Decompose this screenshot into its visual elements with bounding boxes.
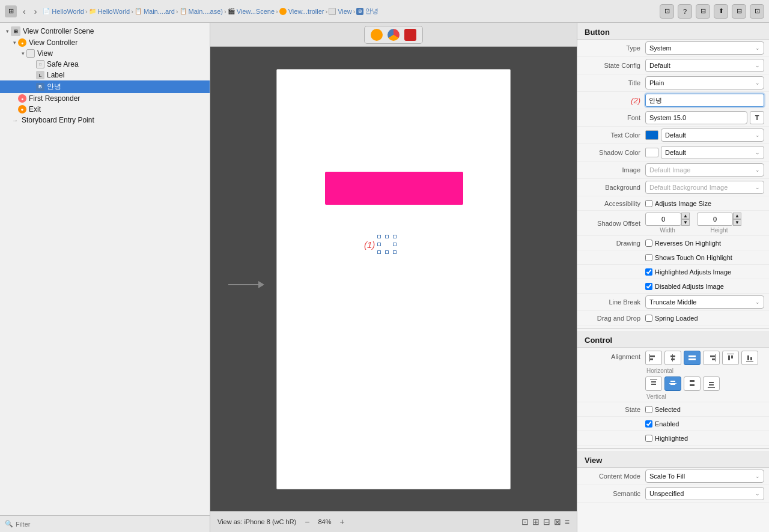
spring-loaded-checkbox[interactable] (645, 315, 652, 322)
breadcrumb-view[interactable]: View (329, 8, 352, 15)
highlighted-adjusts-image-checkbox[interactable] (645, 268, 652, 276)
disabled-adjusts-image-checkbox[interactable] (645, 283, 652, 290)
type-label: Type (582, 44, 645, 52)
inspector-btn[interactable]: ⊟ (732, 4, 746, 19)
state-config-value: Default ⌄ (645, 59, 764, 72)
svg-rect-5 (672, 354, 673, 361)
shadow-w-down[interactable]: ▼ (681, 219, 690, 226)
new-file-btn[interactable]: ⊡ (660, 4, 674, 19)
shadow-color-swatch[interactable] (645, 148, 658, 157)
shadow-h-down[interactable]: ▼ (733, 219, 741, 226)
title-dropdown[interactable]: Plain ⌄ (645, 76, 764, 89)
shows-touch-checkbox[interactable] (645, 254, 652, 261)
tree-item-exit[interactable]: ▾ ● Exit (0, 104, 210, 115)
library-btn[interactable]: ⊟ (696, 4, 710, 19)
upload-btn[interactable]: ⬆ (714, 4, 728, 19)
zoom-plus-btn[interactable]: + (336, 516, 348, 528)
selected-checkbox[interactable] (645, 406, 652, 413)
align-bottom-v-btn[interactable] (703, 376, 720, 391)
zoom-minus-btn[interactable]: − (301, 516, 313, 528)
bottom-icon-2[interactable]: ⊞ (532, 517, 540, 527)
svg-rect-16 (746, 361, 753, 362)
tree-item-vc[interactable]: ▾ ● View Controller (0, 37, 210, 48)
align-top-v-btn[interactable] (645, 376, 662, 391)
canvas-bottom: View as: iPhone 8 (wC hR) − 84% + ⊡ ⊞ ⊟ … (210, 511, 577, 532)
sidebar-toggle-icon[interactable]: ⊞ (5, 5, 17, 17)
highlighted-checkbox[interactable] (645, 435, 652, 442)
breadcrumb-helloworld-file[interactable]: 📄 HelloWorld (43, 8, 84, 15)
filter-input[interactable] (16, 521, 205, 528)
content-mode-dropdown[interactable]: Scale To Fill ⌄ (645, 470, 764, 483)
align-bottom-btn[interactable] (741, 351, 758, 365)
shadow-h-up[interactable]: ▲ (733, 213, 741, 219)
tree-item-storyboard-entry[interactable]: ▾ → Storyboard Entry Point (0, 115, 210, 125)
svg-rect-20 (670, 381, 675, 382)
bottom-icon-1[interactable]: ⊡ (521, 517, 529, 527)
more-btn[interactable]: ⊡ (750, 4, 764, 19)
help-btn[interactable]: ? (678, 4, 692, 19)
state-config-dropdown[interactable]: Default ⌄ (645, 59, 764, 72)
align-right-btn[interactable] (703, 351, 720, 365)
bottom-icon-5[interactable]: ≡ (565, 517, 570, 527)
drag-drop-label: Drag and Drop (582, 315, 645, 322)
align-fill-v-btn[interactable] (684, 376, 701, 391)
prop-title-text: (2) (577, 92, 769, 109)
handle-tc (385, 235, 389, 238)
tree-item-first-responder[interactable]: ▾ ● First Responder (0, 93, 210, 104)
nav-forward[interactable]: › (32, 5, 40, 17)
reverses-on-highlight-label: Reverses On Highlight (655, 240, 721, 247)
shadow-offset-w-input[interactable] (645, 213, 681, 226)
tree-item-label[interactable]: ▾ L Label (0, 70, 210, 80)
type-value: System ⌄ (645, 41, 764, 55)
prop-shows-touch: Shows Touch On Highlight (577, 250, 769, 265)
breadcrumb-view-scene[interactable]: 🎬 View...Scene (228, 8, 275, 15)
font-T-button[interactable]: T (750, 111, 764, 124)
font-dropdown[interactable]: System 15.0 (645, 111, 747, 124)
line-break-dropdown-arrow: ⌄ (755, 299, 760, 305)
tree-item-safe-area[interactable]: ▾ □ Safe Area (0, 59, 210, 70)
align-top-btn[interactable] (722, 351, 739, 365)
enabled-checkbox[interactable] (645, 420, 652, 428)
breadcrumb-main-base[interactable]: 📋 Main....ase) (180, 8, 223, 15)
bottom-icon-3[interactable]: ⊟ (543, 517, 550, 527)
line-break-dropdown[interactable]: Truncate Middle ⌄ (645, 295, 764, 309)
tree-item-button[interactable]: ▾ B 안녕 (0, 80, 210, 93)
content-mode-dropdown-arrow: ⌄ (755, 473, 760, 479)
background-label: Background (582, 184, 645, 191)
background-dropdown[interactable]: Default Background Image ⌄ (645, 181, 764, 194)
shadow-color-dropdown[interactable]: Default ⌄ (661, 146, 764, 159)
exit-icon: ● (18, 105, 26, 113)
align-fill-h-btn[interactable] (684, 351, 701, 365)
left-panel: ▾ ⊞ View Controller Scene ▾ ● View Contr… (0, 23, 210, 532)
breadcrumb-helloworld-folder[interactable]: 📁 HelloWorld (89, 8, 130, 15)
tree-item-vc-scene[interactable]: ▾ ⊞ View Controller Scene (0, 25, 210, 37)
semantic-dropdown[interactable]: Unspecified ⌄ (645, 487, 764, 500)
svg-rect-0 (650, 355, 655, 357)
zoom-level: 84% (318, 518, 331, 525)
image-dropdown[interactable]: Default Image ⌄ (645, 163, 764, 177)
prop-content-mode: Content Mode Scale To Fill ⌄ (577, 468, 769, 485)
type-dropdown[interactable]: System ⌄ (645, 41, 764, 55)
nav-back[interactable]: ‹ (20, 5, 28, 17)
prop-title: Title Plain ⌄ (577, 74, 769, 92)
tree-item-view[interactable]: ▾ View (0, 48, 210, 59)
text-color-dropdown[interactable]: Default ⌄ (661, 128, 764, 142)
breadcrumb-view-controller[interactable]: View...troller (279, 8, 324, 15)
bottom-icon-4[interactable]: ⊠ (554, 517, 561, 527)
canvas-toolbar (210, 23, 577, 47)
button-widget[interactable]: (1) (364, 235, 398, 255)
shadow-w-up[interactable]: ▲ (681, 213, 690, 219)
breadcrumb-button[interactable]: B 안녕 (356, 7, 378, 16)
title-value: Plain ⌄ (645, 76, 764, 89)
title-text-input[interactable] (645, 94, 764, 107)
align-center-h-btn[interactable] (664, 351, 681, 365)
canvas-content[interactable]: (1) (210, 47, 577, 511)
align-center-v-btn[interactable] (664, 376, 681, 391)
align-left-btn[interactable] (645, 351, 662, 365)
shadow-offset-h-input[interactable] (697, 213, 733, 226)
text-color-swatch[interactable] (645, 130, 658, 140)
breadcrumb-main-storyboard[interactable]: 📋 Main....ard (135, 8, 175, 15)
type-dropdown-arrow: ⌄ (755, 45, 760, 51)
adjusts-image-size-checkbox[interactable] (645, 200, 652, 207)
reverses-on-highlight-checkbox[interactable] (645, 240, 652, 247)
